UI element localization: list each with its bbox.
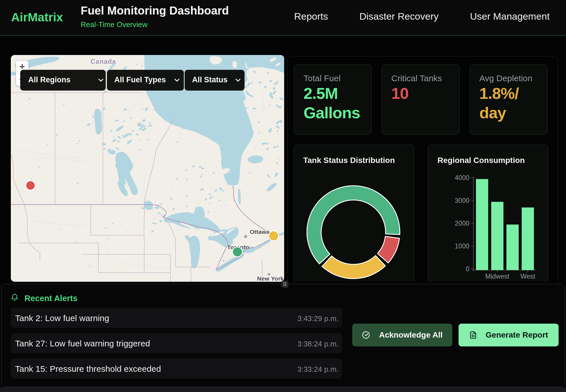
svg-text:New York: New York	[257, 275, 284, 282]
svg-text:4000: 4000	[455, 174, 469, 181]
svg-text:0: 0	[466, 265, 469, 273]
svg-text:West: West	[520, 273, 536, 280]
svg-text:Ottawa: Ottawa	[250, 228, 270, 235]
svg-text:1000: 1000	[455, 242, 469, 250]
svg-text:3000: 3000	[455, 197, 469, 204]
svg-text:2000: 2000	[455, 220, 469, 227]
svg-text:Canada: Canada	[91, 58, 116, 65]
svg-text:Midwest: Midwest	[485, 273, 510, 280]
